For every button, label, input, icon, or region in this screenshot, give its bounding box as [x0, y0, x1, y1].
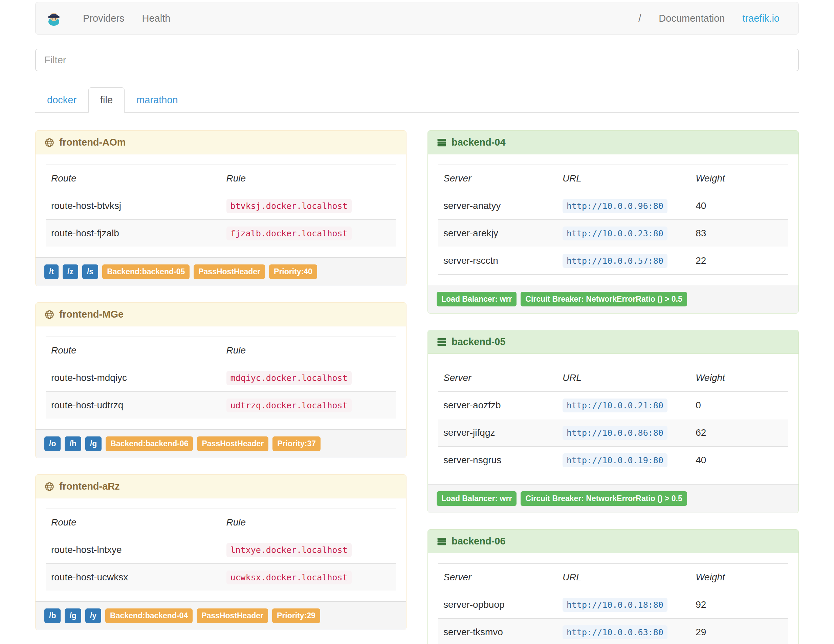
server-icon [436, 536, 447, 547]
tab-link[interactable]: file [88, 87, 124, 113]
nav-link-traefik-io[interactable]: traefik.io [734, 13, 788, 24]
server-weight: 62 [690, 419, 788, 447]
page-container: Providers Health / Documentation traefik… [35, 2, 799, 644]
frontend-setting-badge: Backend:backend-05 [102, 264, 189, 279]
frontend-title: frontend-aRz [59, 481, 120, 492]
rule-cell: lntxye.docker.localhost [221, 536, 396, 564]
column-header-server: Server [438, 364, 557, 392]
server-url: http://10.0.0.23:80 [562, 227, 668, 240]
column-header-route: Route [46, 509, 221, 536]
route-name: route-host-fjzalb [46, 220, 221, 247]
entrypoint-badge: /t [44, 264, 58, 279]
server-weight: 40 [690, 192, 788, 220]
frontend-panel-footer: /o/h/gBackend:backend-06PassHostHeaderPr… [36, 429, 406, 458]
nav-link-documentation[interactable]: Documentation [650, 13, 734, 24]
backend-setting-badge: Circuit Breaker: NetworkErrorRatio () > … [520, 292, 687, 306]
servers-header-row: Server URL Weight [438, 165, 788, 192]
backend-panel-body: Server URL Weight server-aozfzb http://1… [428, 354, 798, 484]
nav-link-providers[interactable]: Providers [74, 13, 133, 24]
routes-header-row: Route Rule [46, 509, 396, 536]
column-header-rule: Rule [221, 337, 396, 364]
servers-table: Server URL Weight server-anatyy http://1… [438, 165, 788, 275]
column-header-weight: Weight [690, 364, 788, 392]
tab-marathon[interactable]: marathon [124, 87, 190, 113]
server-row: server-tksmvo http://10.0.0.63:80 29 [438, 619, 788, 644]
frontend-panel-body: Route Rule route-host-btvksj btvksj.dock… [36, 154, 406, 257]
routes-tbody: route-host-lntxye lntxye.docker.localhos… [46, 536, 396, 591]
column-header-server: Server [438, 564, 557, 591]
frontend-title: frontend-MGe [59, 309, 124, 320]
backend-setting-badge: Load Balancer: wrr [436, 292, 517, 306]
rule-code: mdqiyc.docker.localhost [226, 371, 352, 385]
globe-icon [44, 309, 55, 320]
server-weight: 92 [690, 591, 788, 619]
frontend-setting-badge: Priority:37 [273, 437, 320, 451]
route-row: route-host-btvksj btvksj.docker.localhos… [46, 192, 396, 220]
backend-title: backend-05 [451, 336, 506, 347]
backend-panel-heading: backend-06 [428, 529, 798, 553]
routes-tbody: route-host-btvksj btvksj.docker.localhos… [46, 192, 396, 247]
filter-input[interactable] [35, 49, 799, 71]
server-name: server-jifqgz [438, 419, 557, 447]
server-row: server-rscctn http://10.0.0.57:80 22 [438, 247, 788, 275]
column-header-url: URL [557, 364, 690, 392]
tab-link[interactable]: marathon [124, 87, 190, 113]
nav-link-health[interactable]: Health [133, 13, 179, 24]
rule-code: lntxye.docker.localhost [226, 543, 352, 557]
column-header-url: URL [557, 564, 690, 591]
servers-table: Server URL Weight server-aozfzb http://1… [438, 364, 788, 474]
entrypoint-badge: /z [63, 264, 78, 279]
server-url: http://10.0.0.96:80 [562, 199, 668, 213]
tab-file[interactable]: file [88, 87, 124, 113]
frontend-panel-heading: frontend-AOm [36, 131, 406, 154]
entrypoint-badge: /h [65, 437, 81, 451]
server-url-cell: http://10.0.0.63:80 [557, 619, 690, 644]
backend-title: backend-06 [451, 536, 506, 547]
entrypoint-badge: /g [85, 437, 102, 451]
route-row: route-host-fjzalb fjzalb.docker.localhos… [46, 220, 396, 247]
backend-panel-body: Server URL Weight server-anatyy http://1… [428, 154, 798, 285]
rule-code: fjzalb.docker.localhost [226, 227, 352, 240]
frontend-panel-footer: /t/z/sBackend:backend-05PassHostHeaderPr… [36, 257, 406, 286]
backend-panel-heading: backend-04 [428, 131, 798, 154]
server-url: http://10.0.0.57:80 [562, 254, 668, 268]
tab-docker[interactable]: docker [35, 87, 88, 113]
servers-tbody: server-anatyy http://10.0.0.96:80 40 ser… [438, 192, 788, 275]
frontend-setting-badge: Backend:backend-04 [105, 608, 192, 623]
server-row: server-anatyy http://10.0.0.96:80 40 [438, 192, 788, 220]
route-name: route-host-lntxye [46, 536, 221, 564]
backend-panel-footer: Load Balancer: wrrCircuit Breaker: Netwo… [428, 484, 798, 513]
server-weight: 40 [690, 447, 788, 474]
routes-table: Route Rule route-host-lntxye lntxye.dock… [46, 508, 396, 591]
server-url: http://10.0.0.21:80 [562, 398, 668, 413]
entrypoint-badge: /b [44, 608, 61, 623]
entrypoint-badge: /y [85, 608, 101, 623]
route-name: route-host-btvksj [46, 192, 221, 220]
server-name: server-anatyy [438, 192, 557, 220]
server-url-cell: http://10.0.0.23:80 [557, 220, 690, 247]
column-header-weight: Weight [690, 564, 788, 591]
server-name: server-tksmvo [438, 619, 557, 644]
frontend-panel-frontend-aRz: frontend-aRz Route Rule route-host-lntxy… [35, 474, 407, 630]
frontend-setting-badge: Priority:40 [269, 264, 317, 279]
servers-header-row: Server URL Weight [438, 364, 788, 392]
tab-link[interactable]: docker [35, 87, 88, 113]
server-url-cell: http://10.0.0.57:80 [557, 247, 690, 275]
frontend-panel-footer: /b/g/yBackend:backend-04PassHostHeaderPr… [36, 601, 406, 630]
backend-panel-backend-06: backend-06 Server URL Weight server-opbu… [427, 529, 799, 644]
rule-cell: fjzalb.docker.localhost [221, 220, 396, 247]
entrypoint-badge: /o [44, 437, 61, 451]
column-header-server: Server [438, 165, 557, 192]
entrypoint-badge: /g [65, 608, 81, 623]
servers-tbody: server-opbuop http://10.0.0.18:80 92 ser… [438, 591, 788, 644]
routes-table: Route Rule route-host-mdqiyc mdqiyc.dock… [46, 337, 396, 419]
route-name: route-host-udtrzq [46, 392, 221, 419]
traefik-logo[interactable] [46, 10, 62, 26]
traefik-logo-icon [46, 10, 62, 26]
server-name: server-rscctn [438, 247, 557, 275]
route-row: route-host-udtrzq udtrzq.docker.localhos… [46, 392, 396, 419]
frontend-panel-heading: frontend-MGe [36, 303, 406, 327]
server-icon [436, 337, 447, 347]
frontend-setting-badge: PassHostHeader [197, 437, 268, 451]
rule-code: btvksj.docker.localhost [226, 199, 352, 213]
